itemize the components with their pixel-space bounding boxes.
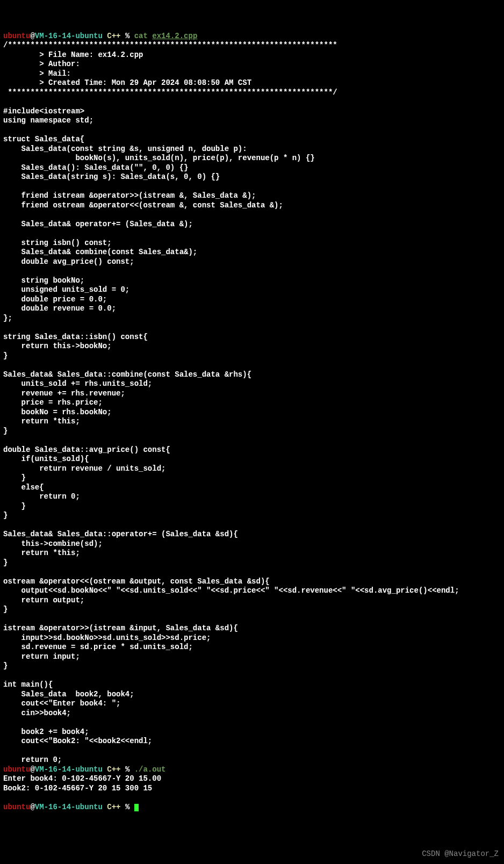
code-line: return 0; (3, 492, 80, 501)
code-line: return *this; (3, 417, 80, 426)
prompt-user: ubuntu (3, 32, 30, 40)
code-line: } (3, 661, 8, 670)
file-arg: ex14.2.cpp (152, 32, 197, 40)
code-line: return 0; (3, 755, 62, 764)
prompt-shell: C++ (103, 32, 125, 40)
code-line: bookNo = rhs.bookNo; (3, 408, 112, 416)
code-line: } (3, 511, 8, 520)
watermark: CSDN @Navigator_Z (422, 849, 499, 859)
terminal[interactable]: ubuntu@VM-16-14-ubuntu C++ % cat ex14.2.… (3, 32, 501, 812)
code-line: } (3, 502, 26, 510)
code-line: Sales_data& Sales_data::operator+= (Sale… (3, 530, 238, 538)
code-line: cout<<"Book2: "<<book2<<endl; (3, 737, 152, 745)
code-line: return output; (3, 596, 84, 604)
file-header-top: /***************************************… (3, 41, 337, 49)
code-line: friend ostream &operator<<(ostream &, co… (3, 201, 283, 210)
code-line: ostream &operator<<(ostream &output, con… (3, 577, 270, 586)
cursor-icon (134, 804, 139, 811)
code-line: double avg_price() const; (3, 257, 134, 266)
code-line: Sales_data& Sales_data::combine(const Sa… (3, 370, 251, 379)
code-line: } (3, 605, 8, 614)
file-header-created: > Created Time: Mon 29 Apr 2024 08:08:50… (3, 78, 251, 87)
code-line: Sales_data& operator+= (Sales_data &); (3, 220, 193, 228)
code-line: } (3, 351, 8, 360)
code-line: } (3, 473, 26, 482)
prompt-host: VM-16-14-ubuntu (35, 32, 103, 40)
file-header-author: > Author: (3, 60, 80, 68)
code-line: return this->bookNo; (3, 342, 112, 350)
code-line: double revenue = 0.0; (3, 304, 116, 313)
code-line: friend istream &operator>>(istream &, Sa… (3, 191, 256, 200)
code-line: else{ (3, 483, 44, 492)
code-line: cout<<"Enter book4: "; (3, 699, 120, 708)
output-line: Book2: 0-102-45667-Y 20 15 300 15 (3, 784, 152, 793)
code-line: double Sales_data::avg_price() const{ (3, 445, 170, 454)
code-line: revenue += rhs.revenue; (3, 389, 125, 398)
code-line: price = rhs.price; (3, 398, 103, 407)
output-line: Enter book4: 0-102-45667-Y 20 15.00 (3, 774, 161, 783)
code-line: return *this; (3, 549, 80, 557)
prompt-line-1: ubuntu@VM-16-14-ubuntu C++ % cat ex14.2.… (3, 32, 197, 40)
code-line: struct Sales_data{ (3, 135, 84, 143)
code-line: input>>sd.bookNo>>sd.units_sold>>sd.pric… (3, 633, 211, 642)
code-line: string isbn() const; (3, 239, 112, 247)
code-line: return input; (3, 652, 80, 661)
code-line: if(units_sold){ (3, 455, 89, 463)
code-line: } (3, 427, 8, 435)
code-line: string bookNo; (3, 276, 84, 285)
file-header-bottom: ****************************************… (3, 88, 337, 97)
cmd-run: ./a.out (129, 765, 165, 774)
code-line: Sales_data book2, book4; (3, 690, 134, 699)
file-header-mail: > Mail: (3, 69, 71, 78)
code-line: Sales_data& combine(const Sales_data&); (3, 248, 197, 256)
code-line: units_sold += rhs.units_sold; (3, 379, 152, 388)
code-line: Sales_data(string s): Sales_data(s, 0, 0… (3, 172, 220, 181)
file-header-filename: > File Name: ex14.2.cpp (3, 51, 143, 59)
code-line: }; (3, 314, 12, 322)
cmd-cat: cat (129, 32, 152, 40)
code-line: Sales_data(): Sales_data("", 0, 0) {} (3, 163, 188, 172)
code-line: book2 += book4; (3, 728, 89, 736)
code-line: Sales_data(const string &s, unsigned n, … (3, 145, 247, 153)
prompt-line-3[interactable]: ubuntu@VM-16-14-ubuntu C++ % (3, 803, 139, 811)
code-line: output<<sd.bookNo<<" "<<sd.units_sold<<"… (3, 586, 459, 595)
code-line: } (3, 558, 8, 567)
code-line: return revenue / units_sold; (3, 464, 165, 473)
code-line: unsigned units_sold = 0; (3, 285, 129, 294)
code-line: string Sales_data::isbn() const{ (3, 333, 148, 341)
code-line: this->combine(sd); (3, 539, 103, 548)
code-line: int main(){ (3, 680, 53, 689)
code-line: istream &operator>>(istream &input, Sale… (3, 624, 238, 632)
code-line: double price = 0.0; (3, 295, 107, 304)
code-line: sd.revenue = sd.price * sd.units_sold; (3, 643, 193, 651)
prompt-line-2: ubuntu@VM-16-14-ubuntu C++ % ./a.out (3, 765, 166, 774)
code-line: cin>>book4; (3, 709, 71, 717)
code-line: bookNo(s), units_sold(n), price(p), reve… (3, 154, 315, 162)
code-line: using namespace std; (3, 116, 93, 125)
code-line: #include<iostream> (3, 107, 84, 116)
